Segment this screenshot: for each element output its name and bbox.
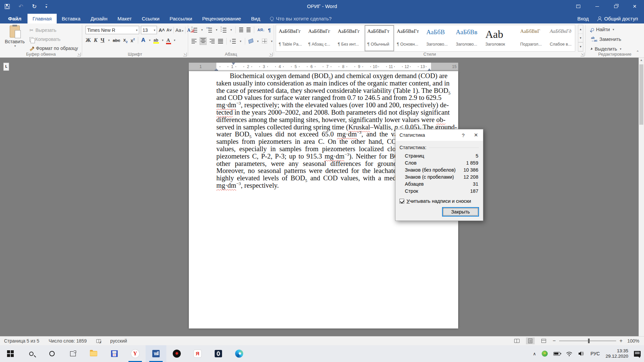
dialog-close-icon[interactable]: ✕ — [469, 132, 483, 138]
tab-Дизайн[interactable]: Дизайн — [86, 14, 112, 23]
vertical-scrollbar[interactable]: ▲ — [639, 58, 644, 336]
tray-expand-icon[interactable]: ∧ — [533, 351, 536, 356]
increase-indent-button[interactable] — [247, 27, 251, 32]
sort-button[interactable]: АЯ↓ — [258, 28, 265, 32]
zoom-slider[interactable]: − + — [553, 338, 623, 344]
strikethrough-button[interactable]: abc — [113, 38, 120, 43]
collapse-ribbon-icon[interactable]: ⌃ — [636, 50, 639, 55]
styles-expand-button[interactable]: ▼ — [578, 42, 583, 51]
save-utility-button[interactable] — [104, 345, 125, 362]
keyboard-language[interactable]: РУС — [590, 351, 600, 356]
justify-button[interactable] — [218, 39, 223, 44]
clipboard-dialog-launcher[interactable] — [77, 53, 81, 56]
show-marks-button[interactable]: ¶ — [268, 27, 271, 33]
style-item[interactable]: AabЗаголовок — [483, 25, 518, 51]
style-item[interactable]: АаБбВвГт¶ Обычный — [365, 25, 394, 51]
opera-button[interactable] — [208, 345, 229, 362]
font-family-combo[interactable]: Times New R▾ — [86, 26, 139, 34]
wifi-icon[interactable] — [566, 351, 573, 356]
style-item[interactable]: АаБбВвГдСлабое в... — [547, 25, 575, 51]
font-size-combo[interactable]: 13▾ — [141, 26, 157, 34]
zoom-level[interactable]: 100% — [627, 338, 639, 344]
style-item[interactable]: АаБбВвГт¶ Основн... — [394, 25, 424, 51]
zoom-thumb[interactable] — [588, 339, 590, 343]
include-footnotes-checkbox[interactable]: Учитывать надписи и сноски — [399, 198, 479, 204]
multilevel-list-button[interactable] — [221, 27, 226, 33]
align-left-button[interactable] — [192, 39, 197, 44]
font-color-button[interactable]: А — [166, 38, 170, 43]
style-item[interactable]: АаБбВвЗаголово... — [453, 25, 483, 51]
copy-button[interactable]: Копировать — [28, 35, 79, 43]
style-item[interactable]: АаБбВвГг¶ Без инт... — [335, 25, 365, 51]
align-right-button[interactable] — [210, 39, 215, 44]
antivirus-tray-icon[interactable] — [542, 351, 548, 357]
share-button[interactable]: Общий доступ — [597, 16, 638, 21]
speaker-icon[interactable] — [578, 351, 585, 356]
yandex-app-button[interactable]: Я — [187, 345, 208, 362]
bullet-list-button[interactable] — [192, 27, 197, 33]
dialog-title-bar[interactable]: Статистика ? ✕ — [395, 129, 483, 141]
web-layout-button[interactable] — [539, 338, 548, 344]
right-indent-marker[interactable] — [428, 68, 431, 71]
cut-button[interactable]: ✂ Вырезать — [28, 26, 79, 34]
zoom-in-button[interactable]: + — [620, 338, 623, 344]
print-layout-button[interactable] — [526, 338, 535, 344]
close-button[interactable]: ✕ — [625, 0, 644, 13]
ribbon-display-options-button[interactable] — [569, 0, 588, 13]
dialog-close-button[interactable]: Закрыть — [442, 207, 479, 217]
decrease-indent-button[interactable] — [239, 27, 243, 32]
style-item[interactable]: АаБбВвГг¶ Абзац с... — [306, 25, 335, 51]
restore-button[interactable] — [606, 0, 625, 13]
sign-in-link[interactable]: Вход — [577, 16, 589, 21]
battery-icon[interactable] — [553, 352, 560, 356]
styles-scroll-up-button[interactable]: ▲ — [578, 25, 583, 34]
tab-Файл[interactable]: Файл — [2, 14, 28, 23]
clock[interactable]: 13:35 29.12.2020 — [605, 348, 628, 359]
highlight-button[interactable]: ab — [154, 38, 158, 43]
underline-button[interactable]: Ч — [101, 37, 105, 43]
change-case-button[interactable]: Аа▾ — [175, 27, 183, 33]
tab-Главная[interactable]: Главная — [28, 14, 57, 23]
word-taskbar-button[interactable]: W — [146, 345, 166, 362]
italic-button[interactable]: К — [94, 37, 98, 43]
tell-me-box[interactable]: Что вы хотите сделать? — [270, 16, 332, 23]
cortana-button[interactable] — [42, 345, 62, 362]
first-line-indent-marker[interactable] — [232, 63, 235, 65]
tab-Макет[interactable]: Макет — [112, 14, 137, 23]
scrollbar-thumb[interactable] — [639, 64, 643, 125]
style-item[interactable]: АаБбВвГПодзагол... — [518, 25, 547, 51]
subscript-button[interactable]: x2 — [123, 37, 127, 44]
word-count[interactable]: Число слов: 1859 — [49, 338, 87, 344]
bold-button[interactable]: Ж — [86, 37, 91, 43]
taskbar-search-button[interactable] — [21, 345, 42, 362]
zoom-out-button[interactable]: − — [553, 338, 556, 344]
page-indicator[interactable]: Страница 5 из 5 — [4, 338, 39, 344]
paragraph-dialog-launcher[interactable] — [269, 53, 273, 56]
yandex-browser-button[interactable]: Y — [125, 345, 146, 362]
read-mode-button[interactable] — [513, 338, 521, 344]
styles-dialog-launcher[interactable] — [581, 53, 584, 56]
minimize-button[interactable] — [588, 0, 606, 13]
edge-button[interactable] — [229, 345, 250, 362]
dialog-help-button[interactable]: ? — [458, 132, 469, 138]
numbered-list-button[interactable] — [206, 27, 212, 33]
align-center-button[interactable] — [200, 38, 206, 45]
tab-Ссылки[interactable]: Ссылки — [137, 14, 165, 23]
proofing-error-icon[interactable] — [96, 339, 101, 343]
tab-Вид[interactable]: Вид — [246, 14, 265, 23]
tab-Вставка[interactable]: Вставка — [57, 14, 86, 23]
task-view-button[interactable] — [62, 345, 83, 362]
superscript-button[interactable]: x2 — [130, 38, 135, 43]
horizontal-ruler[interactable]: 11234567891011121315 — [189, 63, 458, 71]
paste-button[interactable]: Вставить ▾ — [4, 25, 25, 48]
start-button[interactable] — [0, 345, 21, 362]
tab-stop-selector[interactable]: L — [3, 63, 9, 71]
line-spacing-button[interactable] — [230, 39, 236, 44]
language-indicator[interactable]: русский — [110, 338, 127, 344]
font-dialog-launcher[interactable] — [183, 53, 187, 56]
dr-web-button[interactable]: ✹ — [166, 345, 187, 362]
action-center-icon[interactable] — [634, 351, 641, 357]
styles-scroll-down-button[interactable]: ▼ — [578, 34, 583, 43]
left-indent-marker[interactable] — [215, 70, 218, 71]
tab-Рецензирование[interactable]: Рецензирование — [197, 14, 246, 23]
